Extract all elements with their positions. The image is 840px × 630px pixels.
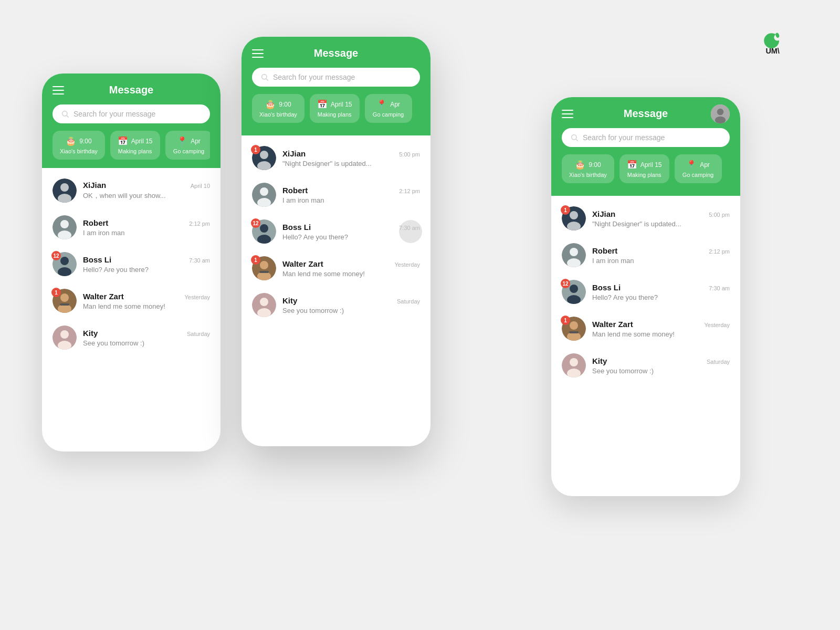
avatar-wrap: 1	[252, 256, 276, 280]
msg-name-row: Robert2:12 pm	[282, 186, 420, 195]
camping-time-center: Apr	[390, 101, 400, 108]
msg-name: Robert	[83, 218, 108, 227]
search-icon-right	[570, 133, 579, 142]
msg-time: Yesterday	[184, 294, 210, 300]
msg-item[interactable]: 12Boss Li7:30 amHello? Are you there?	[551, 274, 740, 310]
msg-time: 2:12 pm	[189, 220, 210, 227]
msg-time: Yesterday	[704, 322, 730, 328]
badge: 1	[51, 288, 61, 297]
user-avatar-right[interactable]	[711, 104, 730, 123]
event-pill-plans-right[interactable]: 📅 April 15 Making plans	[620, 154, 669, 183]
msg-item[interactable]: KitySaturdaySee you tomorrow :)	[42, 319, 220, 356]
camping-label-right: Go camping	[682, 172, 713, 178]
center-header: Message Search for your message 🎂 9:00 X…	[242, 37, 430, 135]
msg-item[interactable]: 1Walter ZartYesterdayMan lend me some mo…	[242, 250, 430, 287]
svg-point-16	[60, 293, 69, 302]
msg-preview: See you tomorrow :)	[592, 367, 730, 375]
avatar-wrap	[562, 243, 586, 267]
svg-point-52	[570, 285, 578, 293]
svg-point-10	[60, 220, 69, 228]
left-body: XiJianApril 10OK，when will your show...R…	[42, 168, 220, 360]
center-search-bar[interactable]: Search for your message	[252, 68, 420, 87]
hamburger-menu-right[interactable]	[562, 110, 573, 118]
event-pill-camping-center[interactable]: 📍 Apr Go camping	[365, 94, 412, 123]
msg-item[interactable]: KitySaturdaySee you tomorrow :)	[551, 347, 740, 384]
plans-label-left: Making plans	[118, 148, 152, 154]
avatar	[562, 243, 586, 267]
svg-point-59	[570, 358, 578, 366]
camping-icon-center: 📍	[376, 99, 387, 109]
camping-icon-right: 📍	[686, 160, 697, 170]
hamburger-menu-center[interactable]	[252, 49, 264, 58]
avatar-wrap	[52, 215, 77, 239]
svg-point-38	[260, 298, 268, 306]
msg-preview: Hello? Are you there?	[592, 293, 730, 301]
msg-item[interactable]: 1Walter ZartYesterdayMan lend me some mo…	[551, 310, 740, 347]
event-pill-plans-left[interactable]: 📅 April 15 Making plans	[110, 131, 160, 160]
msg-content: Boss Li7:30 amHello? Are you there?	[592, 283, 730, 301]
msg-preview: Hello? Are you there?	[83, 266, 210, 274]
svg-line-23	[266, 79, 268, 81]
event-pill-birthday-center[interactable]: 🎂 9:00 Xiao's birthday	[252, 94, 304, 123]
search-icon-left	[61, 110, 69, 118]
msg-item[interactable]: 12Boss Li7:30 amHello? Are you there?	[42, 246, 220, 282]
svg-line-5	[67, 116, 69, 118]
msg-item[interactable]: KitySaturdaySee you tomorrow :)	[242, 287, 430, 323]
left-search-placeholder: Search for your message	[74, 110, 155, 118]
msg-name-row: Robert2:12 pm	[592, 246, 730, 255]
msg-item[interactable]: Robert2:12 pmI am iron man	[551, 237, 740, 274]
msg-content: KitySaturdaySee you tomorrow :)	[592, 356, 730, 375]
msg-item[interactable]: XiJianApril 10OK，when will your show...	[42, 172, 220, 209]
svg-point-55	[570, 321, 578, 330]
hamburger-menu-left[interactable]	[52, 86, 64, 94]
msg-item[interactable]: 1XiJian5:00 pm"Night Designer" is update…	[242, 140, 430, 176]
msg-name: Boss Li	[282, 223, 311, 232]
msg-content: Robert2:12 pmI am iron man	[83, 218, 210, 237]
svg-text:UM\: UM\	[765, 47, 779, 55]
msg-item[interactable]: 1XiJian5:00 pm"Night Designer" is update…	[551, 200, 740, 237]
event-pill-birthday-left[interactable]: 🎂 9:00 Xiao's birthday	[52, 131, 105, 160]
msg-item[interactable]: 1Walter ZartYesterdayMan lend me some mo…	[42, 282, 220, 319]
right-search-bar[interactable]: Search for your message	[562, 128, 730, 147]
phone-left: Message Search for your message 🎂 9:00 X…	[42, 74, 220, 452]
birthday-label-center: Xiao's birthday	[259, 111, 297, 118]
event-pill-camping-right[interactable]: 📍 Apr Go camping	[675, 154, 722, 183]
msg-name: Boss Li	[83, 255, 111, 264]
msg-time: Saturday	[187, 331, 210, 337]
avatar	[252, 183, 276, 207]
event-pill-camping-left[interactable]: 📍 Apr Go camping	[165, 131, 211, 160]
msg-name: Walter Zart	[592, 320, 633, 329]
center-events-row: 🎂 9:00 Xiao's birthday 📅 April 15 Making…	[252, 94, 420, 123]
svg-point-46	[570, 211, 578, 219]
msg-preview: I am iron man	[83, 229, 210, 237]
event-pill-birthday-right[interactable]: 🎂 9:00 Xiao's birthday	[562, 154, 614, 183]
msg-preview: I am iron man	[282, 196, 420, 204]
right-msg-list: 1XiJian5:00 pm"Night Designer" is update…	[551, 196, 740, 388]
msg-item[interactable]: 12Boss Li7:30 amHello? Are you there?	[242, 213, 430, 250]
left-search-bar[interactable]: Search for your message	[52, 104, 210, 123]
search-icon-center	[260, 73, 269, 81]
badge: 1	[251, 145, 260, 154]
msg-item[interactable]: Robert2:12 pmI am iron man	[242, 176, 430, 213]
msg-name-row: KitySaturday	[592, 356, 730, 365]
plans-time-right: April 15	[640, 161, 662, 169]
birthday-label-right: Xiao's birthday	[569, 172, 607, 178]
msg-item[interactable]: Robert2:12 pmI am iron man	[42, 209, 220, 246]
svg-point-25	[260, 151, 268, 159]
left-header: Message Search for your message 🎂 9:00 X…	[42, 74, 220, 168]
avatar-wrap: 12	[562, 280, 586, 304]
svg-point-4	[62, 111, 67, 116]
left-msg-list: XiJianApril 10OK，when will your show...R…	[42, 168, 220, 360]
avatar-wrap: 1	[252, 146, 276, 170]
birthday-time-left: 9:00	[79, 138, 91, 145]
event-pill-plans-center[interactable]: 📅 April 15 Making plans	[310, 94, 360, 123]
msg-preview: "Night Designer" is updated...	[592, 220, 730, 228]
right-title: Message	[624, 108, 668, 120]
badge: 12	[51, 251, 61, 260]
msg-time: Saturday	[707, 359, 730, 365]
msg-name: Robert	[592, 246, 617, 255]
msg-time: 5:00 pm	[709, 212, 730, 218]
msg-content: KitySaturdaySee you tomorrow :)	[83, 329, 210, 347]
avatar	[52, 178, 77, 203]
avatar-wrap	[52, 326, 77, 350]
